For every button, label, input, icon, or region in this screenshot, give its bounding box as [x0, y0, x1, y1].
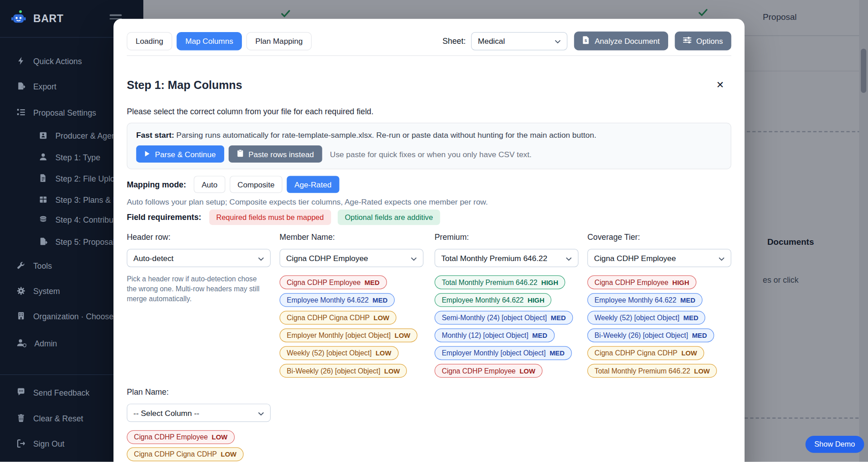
tab-map-columns[interactable]: Map Columns [176, 32, 242, 50]
header-row-column: Header row: Auto-detect Pick a header ro… [127, 233, 270, 304]
match-chip[interactable]: Bi-Weekly (26) [object Object] LOW [279, 364, 407, 378]
chip-confidence: LOW [681, 349, 697, 357]
member-name-select[interactable]: Cigna CDHP Employee [279, 249, 423, 267]
analyze-document-button[interactable]: $ Analyze Document [574, 32, 668, 51]
close-icon[interactable]: ✕ [716, 79, 724, 91]
fast-start-text: Fast start: Parsing runs automatically f… [136, 131, 596, 140]
chip-confidence: LOW [395, 331, 410, 339]
sign-out-icon [17, 439, 26, 449]
chip-confidence: LOW [376, 349, 392, 357]
match-chip[interactable]: Bi-Weekly (26) [object Object] MED [587, 328, 714, 342]
app-title: BART [33, 13, 63, 25]
paste-rows-button[interactable]: Paste rows instead [228, 145, 322, 163]
match-chip[interactable]: Weekly (52) [object Object] LOW [279, 346, 398, 360]
premium-chip-list: Total Monthly Premium 646.22 HIGH Employ… [434, 275, 578, 378]
robot-logo-icon [11, 10, 26, 27]
wrench-icon [17, 261, 26, 271]
chip-label: Total Monthly Premium 646.22 [442, 278, 538, 286]
chip-label: Employee Monthly 64.622 [442, 296, 524, 304]
match-chip[interactable]: Total Monthly Premium 646.22 HIGH [434, 275, 565, 289]
match-chip[interactable]: Total Monthly Premium 646.22 LOW [587, 364, 717, 378]
chevron-down-icon [411, 253, 417, 262]
match-chip[interactable]: Semi-Monthly (24) [object Object] MED [434, 311, 573, 325]
match-chip[interactable]: Weekly (52) [object Object] MED [587, 311, 705, 325]
header-row-helper-text: Pick a header row if auto-detection chos… [127, 274, 266, 304]
chip-confidence: MED [683, 314, 698, 322]
table-icon [39, 195, 48, 205]
document-analyze-icon: $ [582, 36, 590, 46]
match-chip[interactable]: Cigna CDHP Cigna CDHP LOW [279, 311, 396, 325]
chip-confidence: MED [373, 296, 387, 304]
required-fields-badge: Required fields must be mapped [209, 210, 331, 225]
building-icon [17, 311, 26, 322]
match-chip[interactable]: Cigna CDHP Employee LOW [434, 364, 542, 378]
plan-name-select[interactable]: -- Select Column -- [127, 404, 270, 422]
match-chip[interactable]: Employee Monthly 64.622 MED [279, 293, 395, 307]
premium-select[interactable]: Total Monthly Premium 646.22 [434, 249, 578, 267]
mapping-mode-label: Mapping mode: [127, 180, 186, 189]
match-chip[interactable]: Cigna CDHP Cigna CDHP LOW [587, 346, 704, 360]
id-card-icon [39, 131, 48, 141]
clipboard-icon [237, 149, 244, 159]
chip-label: Weekly (52) [object Object] [594, 313, 679, 322]
plan-name-column: Plan Name: -- Select Column -- Cigna CDH… [127, 387, 270, 461]
chip-confidence: MED [532, 331, 547, 339]
chip-confidence: MED [692, 331, 707, 339]
header-row-select[interactable]: Auto-detect [127, 249, 270, 267]
tab-loading[interactable]: Loading [127, 32, 172, 50]
mode-age-rated-button[interactable]: Age-Rated [287, 176, 339, 193]
chip-label: Cigna CDHP Cigna CDHP [594, 349, 677, 357]
options-button[interactable]: Options [675, 32, 731, 51]
match-chip[interactable]: Employer Monthly [object Object] LOW [279, 328, 417, 342]
gear-icon [17, 286, 26, 297]
modal-title: Step 1: Map Columns [127, 79, 242, 92]
chip-confidence: MED [551, 314, 566, 322]
chevron-down-icon [258, 253, 264, 262]
chip-confidence: LOW [373, 314, 389, 322]
coverage-tier-select[interactable]: Cigna CDHP Employee [587, 249, 731, 267]
chip-label: Cigna CDHP Employee [442, 367, 515, 375]
coverage-tier-label: Coverage Tier: [587, 233, 731, 242]
parse-continue-button[interactable]: Parse & Continue [136, 145, 224, 163]
chip-confidence: LOW [519, 367, 535, 374]
chip-confidence: MED [680, 296, 695, 304]
chip-label: Bi-Weekly (26) [object Object] [594, 331, 688, 339]
chip-label: Cigna CDHP Cigna CDHP [287, 313, 369, 322]
chevron-down-icon [555, 37, 561, 46]
coverage-tier-chip-list: Cigna CDHP Employee HIGH Employee Monthl… [587, 275, 731, 378]
sheet-select[interactable]: Medical [471, 32, 567, 50]
user-shield-icon [17, 338, 27, 349]
chip-label: Bi-Weekly (26) [object Object] [287, 367, 380, 375]
chip-confidence: HIGH [528, 296, 544, 304]
mode-auto-button[interactable]: Auto [194, 176, 226, 193]
chip-label: Employee Monthly 64.622 [594, 296, 676, 304]
match-chip[interactable]: Employee Monthly 64.622 MED [587, 293, 703, 307]
chip-label: Employee Monthly 64.622 [287, 296, 368, 304]
app-root: BART Quick Actions Export Proposal Setti… [0, 0, 868, 462]
chat-icon [17, 387, 26, 398]
chip-confidence: HIGH [672, 279, 689, 286]
match-chip[interactable]: Monthly (12) [object Object] MED [434, 328, 554, 342]
export-icon [17, 82, 26, 92]
match-chip[interactable]: Cigna CDHP Employee MED [279, 275, 387, 289]
match-chip[interactable]: Cigna CDHP Cigna CDHP LOW [127, 448, 244, 462]
match-chip[interactable]: Employer Monthly [object Object] MED [434, 346, 572, 360]
show-demo-button[interactable]: Show Demo [806, 436, 864, 453]
chip-label: Cigna CDHP Employee [134, 433, 208, 441]
match-chip[interactable]: Cigna CDHP Employee HIGH [587, 275, 696, 289]
header-row-label: Header row: [127, 233, 270, 242]
plan-name-label: Plan Name: [127, 387, 270, 397]
member-name-label: Member Name: [279, 233, 423, 242]
premium-column: Premium: Total Monthly Premium 646.22 To… [434, 233, 578, 378]
app-logo: BART [11, 10, 63, 27]
chip-label: Cigna CDHP Cigna CDHP [134, 450, 217, 458]
fast-start-panel: Fast start: Parsing runs automatically f… [127, 123, 731, 169]
sliders-icon [683, 37, 691, 46]
plan-name-chip-list: Cigna CDHP Employee LOW Cigna CDHP Cigna… [127, 430, 270, 462]
chip-label: Total Monthly Premium 646.22 [594, 367, 690, 375]
tab-plan-mapping[interactable]: Plan Mapping [246, 32, 311, 50]
mode-composite-button[interactable]: Composite [230, 176, 282, 193]
match-chip[interactable]: Cigna CDHP Employee LOW [127, 430, 235, 444]
chip-label: Cigna CDHP Employee [287, 278, 360, 286]
match-chip[interactable]: Employee Monthly 64.622 HIGH [434, 293, 552, 307]
